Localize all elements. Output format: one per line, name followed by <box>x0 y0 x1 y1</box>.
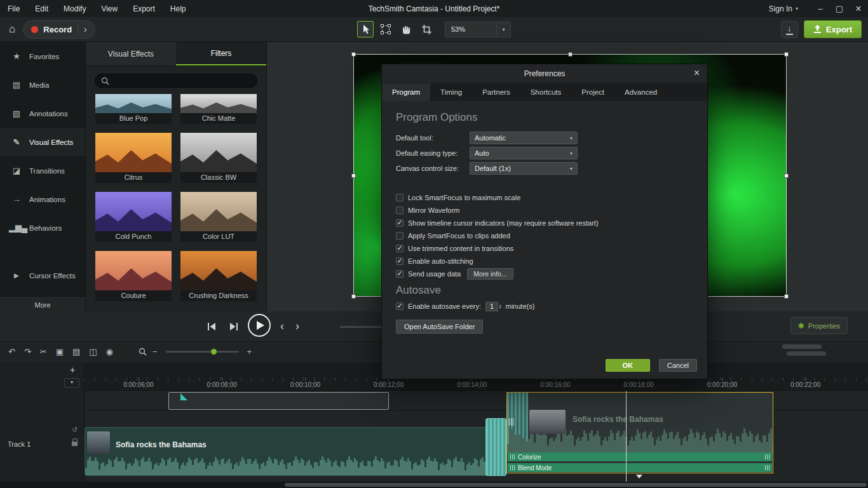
cut-icon[interactable]: ✂ <box>40 348 47 356</box>
dialog-tab-program[interactable]: Program <box>382 83 430 101</box>
sidebar-item-favorites[interactable]: ★Favorites <box>0 42 85 71</box>
canvas-zoom-select[interactable]: 53% ▾ <box>445 22 511 37</box>
selection-handle[interactable] <box>351 173 356 178</box>
timeline-ruler[interactable]: 0:00:06;000:00:08;000:00:10;000:00:12;00… <box>85 377 868 391</box>
maximize-button[interactable]: ▢ <box>830 4 849 13</box>
tab-filters[interactable]: Filters <box>176 42 266 65</box>
zoom-slider[interactable] <box>166 351 239 353</box>
filter-item[interactable]: Cold Punch <box>95 192 172 242</box>
dialog-tab-shortcuts[interactable]: Shortcuts <box>520 83 572 101</box>
properties-button[interactable]: ✱ Properties <box>790 317 848 334</box>
checkbox[interactable] <box>396 257 403 265</box>
filter-item[interactable]: Chic Matte <box>180 94 257 124</box>
menu-edit[interactable]: Edit <box>35 4 48 13</box>
menu-view[interactable]: View <box>101 4 118 13</box>
tracks-area[interactable]: Sofia rocks the Bahamas Sofia rocks the … <box>85 391 868 482</box>
effect-row-blend-mode[interactable]: Blend Mode <box>508 463 772 472</box>
dropdown-canvas-control-size[interactable]: Default (1x)▾ <box>470 162 578 175</box>
selection-handle[interactable] <box>351 52 356 57</box>
home-icon[interactable]: ⌂ <box>9 23 15 36</box>
filter-item[interactable]: Classic BW <box>180 133 257 183</box>
filter-item[interactable]: Color LUT <box>180 192 257 242</box>
filter-item[interactable]: Blue Pop <box>95 94 172 124</box>
autosave-minutes-input[interactable]: 1 <box>485 302 498 311</box>
add-track-button[interactable]: + <box>66 365 79 376</box>
selected-media-clip[interactable]: Sofia rocks the Bahamas ColorizeBlend Mo… <box>506 392 773 473</box>
playhead[interactable] <box>626 391 627 482</box>
scrollbar-thumb[interactable] <box>285 483 867 487</box>
close-button[interactable]: × <box>849 3 868 15</box>
menu-modify[interactable]: Modify <box>64 4 86 13</box>
filter-item[interactable]: Citrus <box>95 133 172 183</box>
sidebar-item-transitions[interactable]: ◪Transitions <box>0 156 85 185</box>
search-input[interactable] <box>95 74 257 88</box>
trim-grip-icon[interactable] <box>509 418 513 426</box>
more-info-button[interactable]: More info... <box>467 268 513 280</box>
undo-icon[interactable]: ↶ <box>8 348 15 356</box>
checkbox[interactable] <box>396 270 403 278</box>
dialog-tab-advanced[interactable]: Advanced <box>614 83 667 101</box>
open-autosave-folder-button[interactable]: Open AutoSave Folder <box>396 320 483 334</box>
menu-file[interactable]: File <box>8 4 20 13</box>
menu-help[interactable]: Help <box>170 4 186 13</box>
next-frame-button[interactable] <box>226 318 240 335</box>
ok-button[interactable]: OK <box>606 359 650 372</box>
transition-clip[interactable] <box>485 418 506 476</box>
previous-clip-button[interactable]: ‹ <box>278 320 286 333</box>
play-button[interactable] <box>248 314 271 337</box>
track-lock-icon[interactable] <box>72 442 78 446</box>
tab-visual-effects[interactable]: Visual Effects <box>86 42 176 65</box>
dropdown-default-tool[interactable]: Automatic▾ <box>470 132 578 144</box>
split-icon[interactable]: ◫ <box>89 348 97 356</box>
redo-icon[interactable]: ↷ <box>24 348 31 356</box>
animation-group-clip[interactable] <box>168 392 389 410</box>
minimize-button[interactable]: – <box>811 4 830 13</box>
stepper-icons[interactable]: ▴▾ <box>499 304 501 309</box>
selection-handle[interactable] <box>351 294 356 299</box>
collapse-effects-icon[interactable] <box>636 475 642 482</box>
checkbox[interactable] <box>396 232 403 240</box>
collapse-tracks-button[interactable]: ▾ <box>64 378 79 388</box>
sidebar-more-button[interactable]: More <box>0 297 85 311</box>
dialog-tab-project[interactable]: Project <box>571 83 614 101</box>
dialog-tab-timing[interactable]: Timing <box>430 83 472 101</box>
sidebar-item-behaviors[interactable]: ▂▆▄Behaviors <box>0 214 85 242</box>
record-button[interactable]: Record › <box>23 20 95 39</box>
paste-icon[interactable]: ▤ <box>72 348 80 356</box>
checkbox[interactable] <box>396 207 403 214</box>
selection-handle[interactable] <box>784 52 789 57</box>
next-clip-button[interactable]: › <box>294 320 301 333</box>
selection-handle[interactable] <box>784 173 789 178</box>
edit-points-tool-button[interactable] <box>377 21 394 37</box>
sidebar-item-animations[interactable]: →Animations <box>0 185 85 214</box>
dialog-titlebar[interactable]: Preferences × <box>382 64 707 83</box>
sidebar-item-visual-effects[interactable]: ✎Visual Effects <box>0 128 85 156</box>
track-sync-icon[interactable]: ↺ <box>72 426 78 434</box>
zoom-in-button[interactable]: + <box>247 348 252 356</box>
export-button[interactable]: Export <box>804 20 862 38</box>
pointer-tool-button[interactable] <box>357 21 374 37</box>
checkbox[interactable] <box>396 219 403 227</box>
checkbox[interactable] <box>396 194 403 201</box>
media-clip[interactable]: Sofia rocks the Bahamas <box>85 427 506 476</box>
camera-icon[interactable]: ◉ <box>106 348 113 356</box>
close-icon[interactable]: × <box>694 67 700 79</box>
scrollbar-thumb[interactable] <box>782 344 822 349</box>
menu-export[interactable]: Export <box>133 4 155 13</box>
autosave-checkbox[interactable] <box>396 302 403 310</box>
checkbox[interactable] <box>396 245 403 252</box>
sidebar-item-annotations[interactable]: ▧Annotations <box>0 99 85 128</box>
filter-item[interactable]: Couture <box>95 251 172 301</box>
effect-row-colorize[interactable]: Colorize <box>508 452 772 461</box>
previous-frame-button[interactable] <box>205 318 219 335</box>
horizontal-scrollbar[interactable] <box>0 482 868 488</box>
selection-handle[interactable] <box>568 52 573 57</box>
zoom-slider-knob[interactable] <box>211 349 217 355</box>
crop-tool-button[interactable] <box>418 21 435 37</box>
filter-item[interactable]: Crushing Darkness <box>180 251 257 301</box>
cancel-button[interactable]: Cancel <box>659 359 697 372</box>
dialog-tab-partners[interactable]: Partners <box>472 83 520 101</box>
copy-icon[interactable]: ▣ <box>56 348 64 356</box>
dropdown-default-easing-type[interactable]: Auto▾ <box>470 147 578 159</box>
scrollbar-thumb[interactable] <box>787 351 826 356</box>
